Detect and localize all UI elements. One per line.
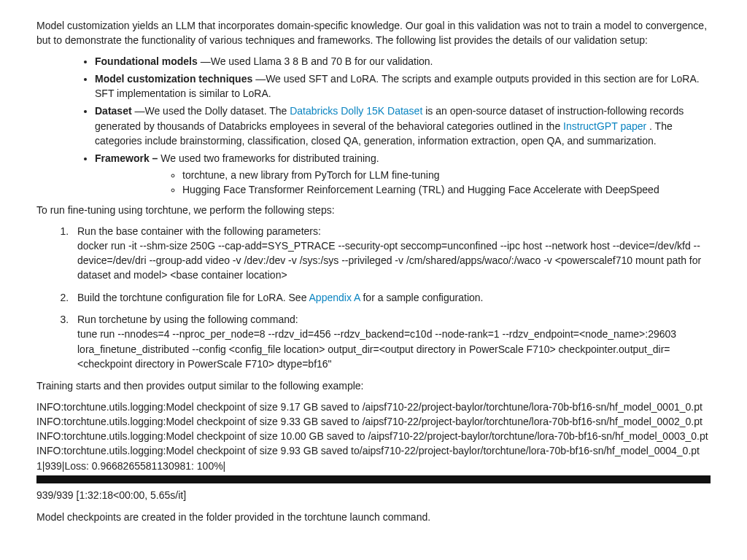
- instructgpt-link[interactable]: InstructGPT paper: [563, 120, 646, 132]
- log-line: 1|939|Loss: 0.9668265581130981: 100%|: [36, 459, 711, 473]
- bullet-label: Foundational models: [95, 55, 198, 67]
- bullet-label: Model customization techniques: [95, 73, 252, 85]
- step-text: Run the base container with the followin…: [77, 225, 321, 237]
- log-line: INFO:torchtune.utils.logging:Model check…: [36, 400, 711, 414]
- step-command: tune run --nnodes=4 --nproc_per_node=8 -…: [77, 328, 676, 370]
- bullet-dataset: Dataset —We used the Dolly dataset. The …: [95, 104, 711, 148]
- step-text: for a sample configuration.: [360, 292, 484, 303]
- bullet-framework: Framework – We used two frameworks for d…: [95, 151, 711, 197]
- steps-list: Run the base container with the followin…: [36, 224, 711, 372]
- checkpoints-note: Model checkpoints are created in the fol…: [36, 510, 711, 524]
- bullet-label: Framework –: [95, 152, 158, 164]
- appendix-link[interactable]: Appendix A: [309, 292, 360, 303]
- sub-huggingface: Hugging Face Transformer Reinforcement L…: [182, 182, 711, 197]
- bullet-label: Dataset: [95, 105, 132, 117]
- framework-sublist: torchtune, a new library from PyTorch fo…: [95, 168, 711, 198]
- bullet-customization: Model customization techniques —We used …: [95, 71, 711, 101]
- progress-bar: [36, 475, 711, 483]
- log-output: INFO:torchtune.utils.logging:Model check…: [36, 400, 711, 503]
- step-1: Run the base container with the followin…: [71, 224, 711, 283]
- dolly-dataset-link[interactable]: Databricks Dolly 15K Dataset: [290, 105, 422, 117]
- step-2: Build the torchtune configuration file f…: [71, 290, 711, 305]
- log-line: INFO:torchtune.utils.logging:Model check…: [36, 414, 711, 429]
- bullet-text: We used two frameworks for distributed t…: [158, 152, 379, 164]
- steps-intro: To run fine-tuning using torchtune, we p…: [36, 203, 711, 217]
- training-output-intro: Training starts and then provides output…: [36, 378, 711, 393]
- step-text: Run torchetune by using the following co…: [77, 314, 298, 325]
- log-line: 939/939 [1:32:18<00:00, 5.65s/it]: [36, 488, 711, 502]
- bullet-text: —We used Llama 3 8 B and 70 B for our va…: [198, 55, 433, 67]
- bullet-foundational: Foundational models —We used Llama 3 8 B…: [95, 54, 711, 69]
- step-3: Run torchetune by using the following co…: [71, 312, 711, 371]
- step-text: Build the torchtune configuration file f…: [77, 292, 309, 303]
- sub-torchtune: torchtune, a new library from PyTorch fo…: [182, 168, 711, 182]
- step-command: docker run -it --shm-size 250G --cap-add…: [77, 240, 701, 281]
- setup-list: Foundational models —We used Llama 3 8 B…: [36, 54, 711, 198]
- intro-paragraph: Model customization yields an LLM that i…: [36, 18, 711, 48]
- bullet-text: —We used the Dolly dataset. The: [132, 105, 290, 117]
- log-line: INFO:torchtune.utils.logging:Model check…: [36, 429, 711, 443]
- log-line: INFO:torchtune.utils.logging:Model check…: [36, 443, 711, 458]
